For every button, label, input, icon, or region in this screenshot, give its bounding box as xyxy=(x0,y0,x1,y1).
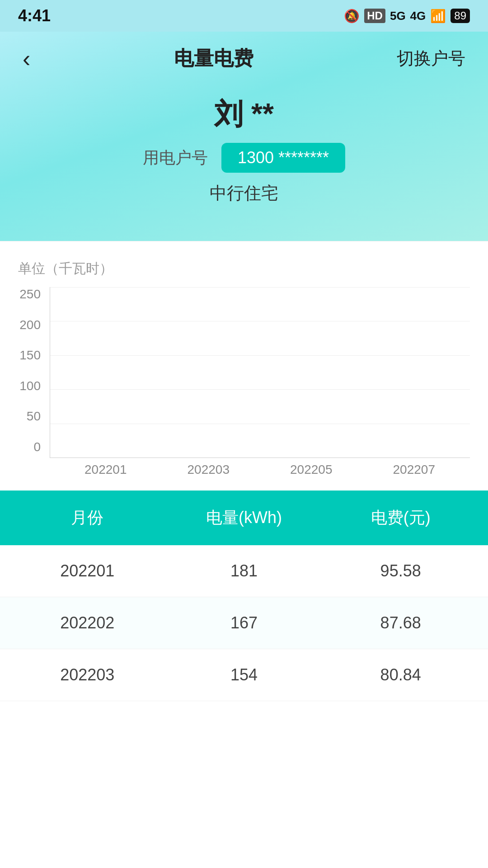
table-cell: 202202 xyxy=(9,613,166,632)
chart-x-labels: 202201202203202205202207 xyxy=(50,458,470,477)
notification-icon: 🔕 xyxy=(344,9,360,24)
chart-y-label: 250 xyxy=(19,287,41,302)
status-bar: 4:41 🔕 HD 5G 4G 📶 89 xyxy=(0,0,488,32)
status-icons: 🔕 HD 5G 4G 📶 89 xyxy=(344,9,470,24)
status-time: 4:41 xyxy=(18,6,51,25)
battery-indicator: 89 xyxy=(450,9,470,23)
table-cell: 167 xyxy=(166,613,323,632)
user-id-badge: 1300 ******** xyxy=(221,143,345,173)
signal-5g-icon: 5G xyxy=(390,9,406,23)
back-button[interactable]: ‹ xyxy=(23,47,30,71)
chart-y-axis: 250200150100500 xyxy=(18,287,50,477)
chart-x-label: 202207 xyxy=(393,462,435,477)
table-cell: 154 xyxy=(166,665,323,684)
table-header: 月份 电量(kWh) 电费(元) xyxy=(0,491,488,545)
page-title: 电量电费 xyxy=(174,45,253,72)
table-cell: 202203 xyxy=(9,665,166,684)
user-name: 刘 ** xyxy=(23,94,465,134)
table-cell: 181 xyxy=(166,561,323,580)
wifi-icon: 📶 xyxy=(430,9,446,24)
chart-bars-area xyxy=(50,287,470,458)
signal-4g-icon: 4G xyxy=(410,9,426,23)
chart-y-label: 0 xyxy=(33,440,41,454)
table-header-fee: 电费(元) xyxy=(322,507,479,529)
table-body: 20220118195.5820220216787.6820220315480.… xyxy=(0,545,488,701)
header-section: ‹ 电量电费 切换户号 刘 ** 用电户号 1300 ******** 中行住宅 xyxy=(0,32,488,241)
hd-icon: HD xyxy=(364,9,385,23)
chart-y-label: 100 xyxy=(19,379,41,393)
switch-account-button[interactable]: 切换户号 xyxy=(397,47,465,70)
chart-y-label: 150 xyxy=(19,348,41,363)
header-nav: ‹ 电量电费 切换户号 xyxy=(23,45,465,72)
chart-x-label: 202205 xyxy=(290,462,332,477)
user-info: 刘 ** 用电户号 1300 ******** 中行住宅 xyxy=(23,94,465,205)
chart-section: 单位（千瓦时） 250200150100500 2022012022032022… xyxy=(0,241,488,486)
user-id-row: 用电户号 1300 ******** xyxy=(23,143,465,173)
user-id-label: 用电户号 xyxy=(143,147,208,169)
table-cell: 95.58 xyxy=(322,561,479,580)
chart-inner: 202201202203202205202207 xyxy=(50,287,470,477)
table-row: 20220118195.58 xyxy=(0,545,488,597)
table-cell: 80.84 xyxy=(322,665,479,684)
table-header-month: 月份 xyxy=(9,507,166,529)
table-row: 20220216787.68 xyxy=(0,597,488,649)
chart-y-label: 50 xyxy=(27,409,41,424)
chart-unit-label: 单位（千瓦时） xyxy=(18,259,470,278)
table-section: 月份 电量(kWh) 电费(元) 20220118195.58202202167… xyxy=(0,491,488,701)
table-cell: 87.68 xyxy=(322,613,479,632)
user-type: 中行住宅 xyxy=(23,182,465,205)
chart-container: 250200150100500 202201202203202205202207 xyxy=(18,287,470,477)
table-header-kwh: 电量(kWh) xyxy=(166,507,323,529)
chart-x-label: 202203 xyxy=(188,462,230,477)
table-row: 20220315480.84 xyxy=(0,649,488,701)
table-cell: 202201 xyxy=(9,561,166,580)
chart-x-label: 202201 xyxy=(84,462,127,477)
chart-y-label: 200 xyxy=(19,318,41,332)
